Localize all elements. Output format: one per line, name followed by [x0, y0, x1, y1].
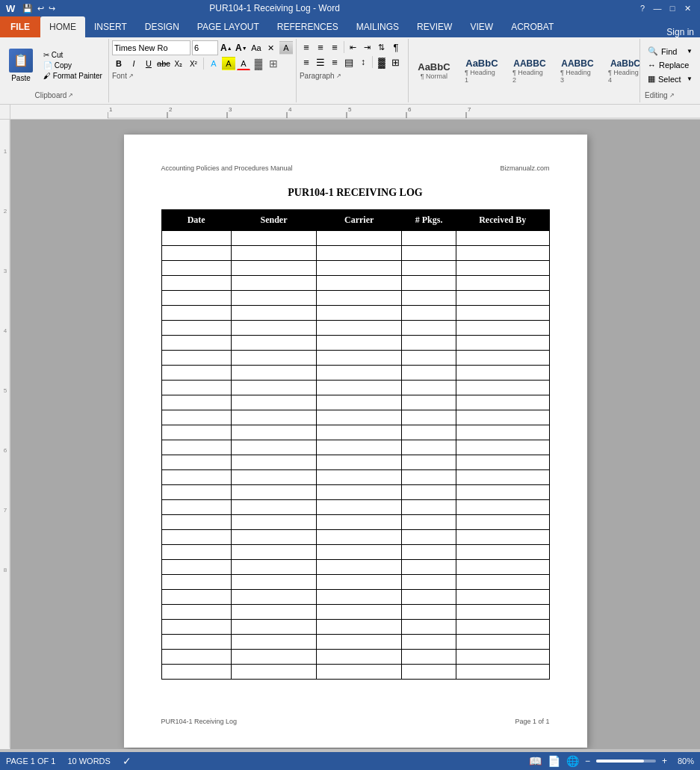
table-cell[interactable] [402, 485, 456, 500]
table-cell[interactable] [231, 276, 316, 291]
table-cell[interactable] [231, 485, 316, 500]
table-cell[interactable] [317, 336, 402, 351]
table-cell[interactable] [317, 425, 402, 440]
table-cell[interactable] [317, 246, 402, 261]
close-btn[interactable]: ✕ [681, 2, 694, 14]
table-cell[interactable] [231, 351, 316, 366]
table-cell[interactable] [317, 321, 402, 336]
table-cell[interactable] [317, 261, 402, 276]
table-cell[interactable] [402, 440, 456, 455]
shading2-btn[interactable]: ▓ [252, 57, 265, 70]
show-marks-btn[interactable]: ¶ [389, 40, 403, 54]
table-cell[interactable] [231, 560, 316, 575]
table-cell[interactable] [456, 560, 549, 575]
table-cell[interactable] [161, 485, 231, 500]
quick-access-redo[interactable]: ↪ [49, 4, 55, 13]
table-cell[interactable] [161, 545, 231, 560]
table-cell[interactable] [456, 261, 549, 276]
table-cell[interactable] [161, 231, 231, 246]
table-cell[interactable] [231, 545, 316, 560]
table-cell[interactable] [456, 246, 549, 261]
decrease-indent-btn[interactable]: ⇤ [347, 40, 360, 54]
zoom-in-btn[interactable]: + [662, 756, 667, 766]
word-count[interactable]: 10 WORDS [67, 757, 110, 766]
strikethrough-btn[interactable]: abc [157, 57, 170, 70]
table-cell[interactable] [161, 560, 231, 575]
table-cell[interactable] [317, 575, 402, 590]
font-size-input[interactable] [192, 40, 218, 55]
italic-btn[interactable]: I [127, 57, 140, 70]
table-cell[interactable] [456, 470, 549, 485]
table-cell[interactable] [317, 545, 402, 560]
tab-references[interactable]: REFERENCES [268, 16, 347, 37]
table-cell[interactable] [402, 605, 456, 620]
editing-label[interactable]: Editing ↗ [645, 91, 696, 101]
table-cell[interactable] [161, 351, 231, 366]
table-cell[interactable] [231, 605, 316, 620]
table-cell[interactable] [231, 665, 316, 680]
table-cell[interactable] [231, 410, 316, 425]
table-cell[interactable] [231, 515, 316, 530]
table-cell[interactable] [161, 425, 231, 440]
table-cell[interactable] [231, 291, 316, 306]
clipboard-label[interactable]: Clipboard ↗ [35, 91, 74, 101]
table-cell[interactable] [402, 650, 456, 665]
table-cell[interactable] [231, 440, 316, 455]
table-cell[interactable] [161, 336, 231, 351]
table-cell[interactable] [456, 276, 549, 291]
table-cell[interactable] [317, 440, 402, 455]
tab-view[interactable]: VIEW [461, 16, 502, 37]
multilevel-btn[interactable]: ≡ [328, 40, 341, 54]
minimize-btn[interactable]: — [651, 2, 664, 14]
table-cell[interactable] [402, 545, 456, 560]
table-cell[interactable] [402, 336, 456, 351]
table-cell[interactable] [402, 261, 456, 276]
table-cell[interactable] [402, 470, 456, 485]
table-cell[interactable] [231, 650, 316, 665]
table-cell[interactable] [456, 410, 549, 425]
decrease-font-btn[interactable]: A▼ [235, 41, 248, 55]
table-cell[interactable] [456, 545, 549, 560]
table-cell[interactable] [161, 440, 231, 455]
table-cell[interactable] [161, 291, 231, 306]
table-cell[interactable] [456, 575, 549, 590]
table-cell[interactable] [161, 650, 231, 665]
table-cell[interactable] [402, 620, 456, 635]
sort-btn[interactable]: ⇅ [375, 40, 388, 54]
bullets-btn[interactable]: ≡ [300, 40, 313, 54]
table-cell[interactable] [402, 246, 456, 261]
zoom-out-btn[interactable]: − [585, 756, 590, 766]
table-cell[interactable] [456, 665, 549, 680]
table-cell[interactable] [456, 351, 549, 366]
quick-access-save[interactable]: 💾 [22, 4, 33, 13]
table-cell[interactable] [456, 455, 549, 470]
table-cell[interactable] [456, 231, 549, 246]
table-cell[interactable] [231, 306, 316, 321]
table-cell[interactable] [456, 590, 549, 605]
table-cell[interactable] [456, 291, 549, 306]
table-cell[interactable] [456, 425, 549, 440]
table-cell[interactable] [402, 366, 456, 381]
table-cell[interactable] [402, 530, 456, 545]
table-cell[interactable] [161, 530, 231, 545]
table-cell[interactable] [402, 276, 456, 291]
table-cell[interactable] [231, 366, 316, 381]
table-cell[interactable] [402, 500, 456, 515]
table-cell[interactable] [402, 291, 456, 306]
subscript-btn[interactable]: X₂ [172, 57, 185, 70]
table-cell[interactable] [317, 485, 402, 500]
table-cell[interactable] [317, 381, 402, 395]
table-cell[interactable] [317, 366, 402, 381]
table-cell[interactable] [231, 635, 316, 650]
table-cell[interactable] [402, 560, 456, 575]
zoom-level[interactable]: 80% [673, 757, 694, 766]
table-cell[interactable] [402, 455, 456, 470]
table-cell[interactable] [231, 575, 316, 590]
align-right-btn[interactable]: ≡ [328, 55, 341, 69]
table-cell[interactable] [456, 515, 549, 530]
paste-button[interactable]: 📋 Paste [3, 46, 39, 85]
align-left-btn[interactable]: ≡ [300, 55, 313, 69]
table-cell[interactable] [317, 291, 402, 306]
tab-home[interactable]: HOME [40, 16, 85, 37]
table-cell[interactable] [161, 321, 231, 336]
